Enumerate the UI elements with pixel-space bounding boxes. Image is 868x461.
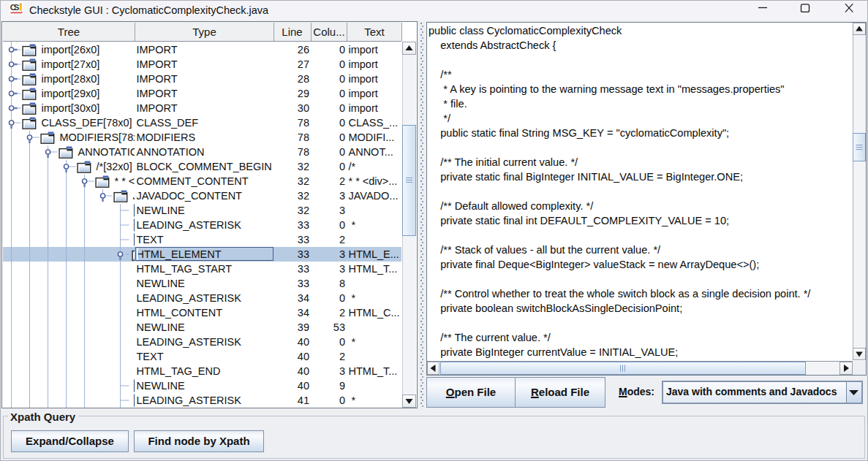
svg-text:CS: CS	[10, 3, 20, 12]
